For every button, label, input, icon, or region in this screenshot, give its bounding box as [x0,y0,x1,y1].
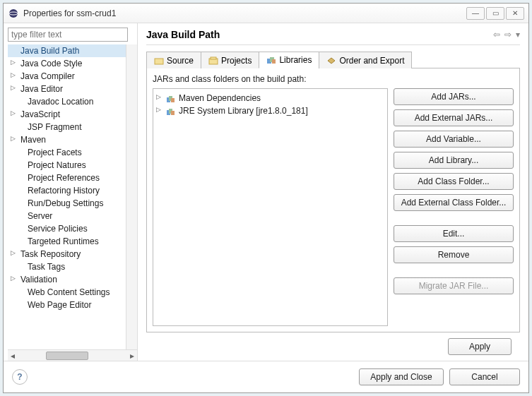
tab-order-and-export[interactable]: Order and Export [319,52,412,68]
tree-item[interactable]: Task Tags [8,260,126,273]
cancel-button[interactable]: Cancel [449,368,520,385]
tree-item[interactable]: Project References [8,172,126,184]
tree-item[interactable]: Targeted Runtimes [8,235,126,248]
tree-item[interactable]: Project Natures [8,159,126,172]
edit-button[interactable]: Edit... [394,225,514,242]
tab-projects[interactable]: Projects [201,52,259,68]
tab-libraries[interactable]: Libraries [259,52,319,68]
window-controls: — ▭ ✕ [466,7,524,20]
button-column: Add JARs... Add External JARs... Add Var… [394,88,514,326]
tree-item[interactable]: Validation [8,273,126,286]
tab-icon [154,56,164,65]
tree-item[interactable]: Refactoring History [8,184,126,197]
jar-item[interactable]: Maven Dependencies [156,92,384,104]
tree-item[interactable]: Java Build Path [8,44,126,57]
tab-label: Projects [221,56,252,66]
add-external-class-folder-button[interactable]: Add External Class Folder... [394,194,514,211]
tree-item[interactable]: Server [8,210,126,222]
svg-rect-7 [272,59,276,64]
apply-row: Apply [146,338,520,361]
svg-rect-4 [211,57,216,59]
tree-item[interactable]: JavaScript [8,108,126,121]
dropdown-icon[interactable]: ▾ [516,30,520,40]
maximize-button[interactable]: ▭ [486,7,504,20]
heading-row: Java Build Path ⇦ ⇨ ▾ [146,29,520,45]
add-jars-button[interactable]: Add JARs... [394,88,514,105]
help-icon[interactable]: ? [12,369,28,385]
tab-source[interactable]: Source [146,52,201,68]
back-icon[interactable]: ⇦ [493,30,500,40]
add-class-folder-button[interactable]: Add Class Folder... [394,173,514,190]
page-heading: Java Build Path [146,29,493,40]
filter-input[interactable] [8,28,128,42]
minimize-button[interactable]: — [466,7,485,20]
eclipse-icon [8,8,19,19]
close-button[interactable]: ✕ [506,7,524,20]
library-icon [166,107,176,116]
tab-icon [326,56,336,65]
footer: ? Apply and Close Cancel [4,361,528,392]
tree-item[interactable]: Maven [8,133,126,146]
tab-label: Order and Export [339,56,404,66]
tree-item[interactable]: Project Facets [8,146,126,159]
tree-item[interactable]: Javadoc Location [8,95,126,108]
tab-label: Source [167,56,194,66]
forward-icon[interactable]: ⇨ [504,30,512,40]
sidebar: Java Build PathJava Code StyleJava Compi… [4,23,138,361]
tree-item[interactable]: JSP Fragment [8,121,126,133]
svg-rect-10 [171,98,175,102]
library-icon [166,95,176,103]
panel-body: Maven DependenciesJRE System Library [jr… [153,88,514,326]
titlebar: Properties for ssm-crud1 — ▭ ✕ [4,4,528,23]
jar-tree[interactable]: Maven DependenciesJRE System Library [jr… [153,88,388,326]
dialog-body: Java Build PathJava Code StyleJava Compi… [4,23,528,392]
tree-item[interactable]: Run/Debug Settings [8,197,126,210]
vertical-scrollbar[interactable] [126,44,137,349]
tab-icon [208,56,218,65]
category-tree[interactable]: Java Build PathJava Code StyleJava Compi… [8,44,126,349]
svg-rect-13 [171,111,175,115]
svg-point-0 [9,9,18,18]
panel-label: JARs and class folders on the build path… [153,74,514,84]
add-variable-button[interactable]: Add Variable... [394,131,514,148]
tab-label: Libraries [279,55,312,65]
apply-button[interactable]: Apply [448,338,512,355]
tree-item[interactable]: Java Editor [8,83,126,95]
window-title: Properties for ssm-crud1 [23,8,466,18]
add-library-button[interactable]: Add Library... [394,152,514,169]
add-external-jars-button[interactable]: Add External JARs... [394,109,514,126]
remove-button[interactable]: Remove [394,246,514,263]
nav-icons: ⇦ ⇨ ▾ [493,30,520,40]
libraries-panel: JARs and class folders on the build path… [146,68,520,332]
tree-item[interactable]: Service Policies [8,222,126,235]
apply-and-close-button[interactable]: Apply and Close [359,368,444,385]
jar-item[interactable]: JRE System Library [jre1.8.0_181] [156,104,384,117]
properties-dialog: Properties for ssm-crud1 — ▭ ✕ Java Buil… [3,3,529,393]
content-area: Java Build Path ⇦ ⇨ ▾ SourceProjectsLibr… [138,23,528,361]
svg-rect-2 [155,59,163,64]
tree-item[interactable]: Web Page Editor [8,299,126,311]
tree-item[interactable]: Java Compiler [8,70,126,83]
migrate-jar-button[interactable]: Migrate JAR File... [394,277,514,294]
tab-bar: SourceProjectsLibrariesOrder and Export [146,51,520,68]
main-area: Java Build PathJava Code StyleJava Compi… [4,23,528,361]
tree-item[interactable]: Task Repository [8,248,126,260]
tree-item[interactable]: Java Code Style [8,57,126,70]
horizontal-scrollbar[interactable]: ◂ ▸ [8,349,137,361]
tree-item[interactable]: Web Content Settings [8,286,126,299]
tab-icon [266,56,276,64]
